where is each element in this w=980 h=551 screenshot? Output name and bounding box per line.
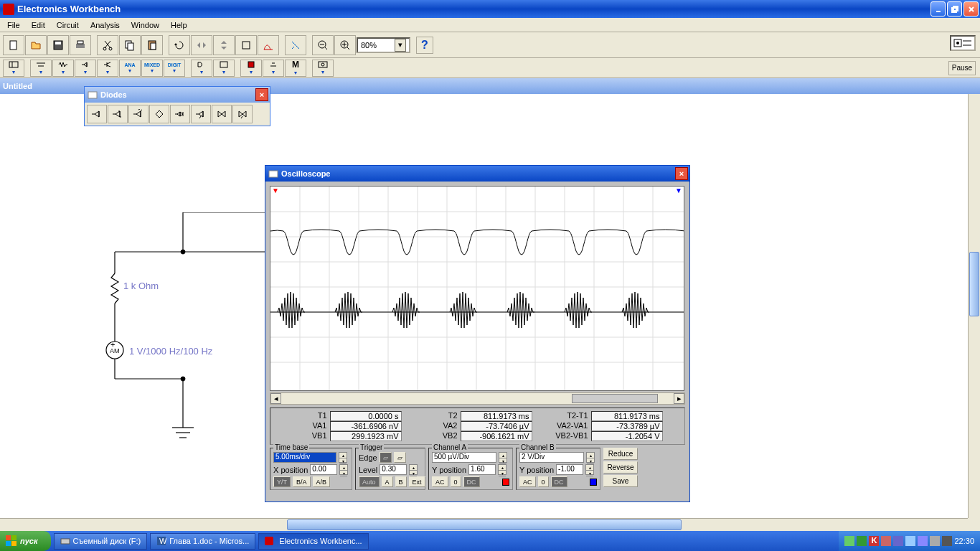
reverse-button[interactable]: Reverse: [603, 461, 638, 474]
flip-h-button[interactable]: [191, 35, 212, 55]
menu-edit[interactable]: Edit: [26, 19, 51, 31]
tray-icon[interactable]: [942, 536, 952, 546]
chb-zero-button[interactable]: 0: [538, 476, 549, 487]
diodes-button[interactable]: ▾: [75, 60, 96, 77]
xpos-input[interactable]: 0.00: [310, 464, 337, 475]
zener-button[interactable]: [108, 105, 128, 123]
chb-ypos-input[interactable]: -1.00: [556, 464, 583, 475]
indicators-button[interactable]: ▾: [240, 60, 262, 77]
scroll-right-icon[interactable]: ▸: [674, 393, 684, 404]
oscilloscope-window[interactable]: Oscilloscope × ▼ ▼: [265, 165, 690, 502]
tray-icon[interactable]: [905, 536, 915, 546]
cut-button[interactable]: [97, 35, 118, 55]
controls-button[interactable]: ▾: [263, 60, 284, 77]
tray-icon[interactable]: K: [869, 536, 879, 546]
scroll-left-icon[interactable]: ◂: [270, 393, 281, 404]
zoom-in-button[interactable]: [334, 35, 356, 55]
mixed-ics-button[interactable]: MIXED▾: [141, 60, 163, 77]
chb-scale-spinner[interactable]: ▴▾: [586, 452, 595, 463]
tray-icon[interactable]: [857, 536, 867, 546]
chb-scale-input[interactable]: 2 V/Div: [519, 452, 584, 463]
chb-dc-button[interactable]: DC: [551, 476, 567, 487]
level-input[interactable]: 0.30: [380, 464, 407, 475]
menu-help[interactable]: Help: [165, 19, 193, 31]
flip-v-button[interactable]: [213, 35, 235, 55]
yt-button[interactable]: Y/T: [273, 476, 291, 487]
cha-zero-button[interactable]: 0: [451, 476, 461, 487]
print-button[interactable]: [70, 35, 91, 55]
tray-clock[interactable]: 22:30: [954, 537, 974, 545]
oscilloscope-titlebar[interactable]: Oscilloscope ×: [265, 166, 689, 182]
level-spinner[interactable]: ▴▾: [409, 464, 418, 475]
logic-gates-button[interactable]: ▾: [191, 60, 212, 77]
timebase-scale-input[interactable]: 5.00ms/div: [273, 452, 336, 463]
paste-button[interactable]: [141, 35, 163, 55]
restore-button[interactable]: [947, 1, 962, 17]
save-button[interactable]: [47, 35, 69, 55]
shockley-button[interactable]: [170, 105, 190, 123]
diodes-palette[interactable]: Diodes ×: [84, 86, 270, 126]
trigger-a-button[interactable]: A: [382, 476, 393, 487]
chb-ac-button[interactable]: AC: [519, 476, 536, 487]
bridge-button[interactable]: [149, 105, 169, 123]
save-scope-button[interactable]: Save: [603, 475, 638, 487]
cha-color-swatch[interactable]: [502, 479, 509, 486]
menu-analysis[interactable]: Analysis: [85, 19, 126, 31]
diac-button[interactable]: [212, 105, 232, 123]
trigger-b-button[interactable]: B: [395, 476, 407, 487]
xpos-spinner[interactable]: ▴▾: [339, 464, 348, 475]
edge-rise-button[interactable]: ▱: [380, 452, 392, 463]
edge-fall-button[interactable]: ▱: [394, 452, 406, 463]
timebase-spinner[interactable]: ▴▾: [339, 452, 347, 463]
sources-button[interactable]: ▾: [30, 60, 52, 77]
menu-circuit[interactable]: Circuit: [51, 19, 85, 31]
tray-icon[interactable]: [844, 536, 854, 546]
hscroll-thumb[interactable]: [287, 519, 682, 530]
diodes-titlebar[interactable]: Diodes ×: [85, 87, 270, 103]
vertical-scrollbar[interactable]: [968, 94, 980, 518]
led-button[interactable]: [128, 105, 149, 123]
graph-button[interactable]: [258, 35, 279, 55]
basic-button[interactable]: ▾: [52, 60, 74, 77]
taskbar-item-0[interactable]: Съемный диск (F:): [54, 533, 148, 550]
menu-window[interactable]: Window: [126, 19, 165, 31]
cha-dc-button[interactable]: DC: [463, 476, 480, 487]
trigger-auto-button[interactable]: Auto: [359, 476, 380, 487]
zoom-combo[interactable]: 80%▾: [357, 37, 410, 53]
scope-hscroll[interactable]: ◂ ▸: [270, 392, 685, 405]
taskbar-item-1[interactable]: WГлава 1.doc - Micros...: [150, 533, 255, 550]
zoom-out-button[interactable]: [312, 35, 334, 55]
new-button[interactable]: [3, 35, 24, 55]
help-button[interactable]: ?: [416, 37, 433, 54]
cha-ypos-spinner[interactable]: ▴▾: [498, 464, 507, 475]
taskbar-item-2[interactable]: Electronics Workbenc...: [258, 533, 368, 550]
pause-button[interactable]: Pause: [948, 61, 976, 75]
system-tray[interactable]: K 22:30: [839, 531, 980, 551]
cha-ac-button[interactable]: AC: [432, 476, 448, 487]
close-button[interactable]: [963, 1, 979, 17]
horizontal-scrollbar[interactable]: [0, 518, 968, 531]
instruments-button[interactable]: ▾: [312, 60, 334, 77]
ab-button[interactable]: A/B: [313, 476, 331, 487]
diodes-close-button[interactable]: ×: [255, 88, 268, 101]
digital-button[interactable]: ▾: [213, 60, 235, 77]
start-button[interactable]: пуск: [0, 531, 51, 551]
minimize-button[interactable]: [930, 1, 946, 17]
ba-button[interactable]: B/A: [293, 476, 311, 487]
analog-ics-button[interactable]: ANA▾: [119, 60, 141, 77]
favorites-button[interactable]: ▾: [3, 60, 24, 77]
chb-ypos-spinner[interactable]: ▴▾: [585, 464, 594, 475]
copy-button[interactable]: [119, 35, 141, 55]
scroll-thumb[interactable]: [572, 394, 658, 403]
rotate-button[interactable]: [169, 35, 190, 55]
tray-icon[interactable]: [930, 536, 940, 546]
tray-icon[interactable]: [881, 536, 891, 546]
diode-button[interactable]: [87, 105, 107, 123]
subcircuit-button[interactable]: [235, 35, 257, 55]
misc-button[interactable]: M▾: [285, 60, 306, 77]
zoom-dropdown-icon[interactable]: ▾: [395, 39, 406, 52]
trigger-ext-button[interactable]: Ext: [409, 476, 425, 487]
reduce-button[interactable]: Reduce: [603, 448, 638, 460]
digital-ics-button[interactable]: DIGIT▾: [164, 60, 185, 77]
tray-icon[interactable]: [893, 536, 903, 546]
